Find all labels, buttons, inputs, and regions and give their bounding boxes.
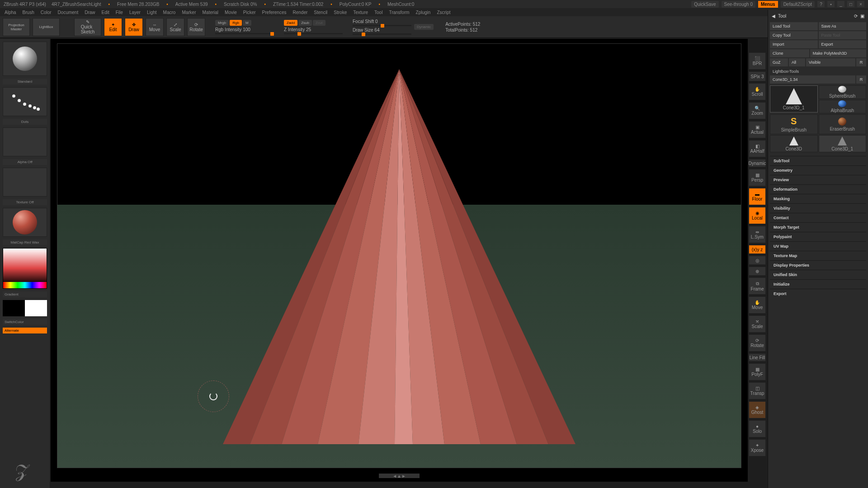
tool-thumb-cone2[interactable]: Cone3D (770, 135, 818, 152)
menus-button[interactable]: Menus (758, 1, 778, 8)
tool-thumb-simplebrush[interactable]: SSimpleBrush (770, 114, 818, 134)
lightbox-button[interactable]: LightBox (33, 18, 60, 36)
menu-tool[interactable]: Tool (374, 10, 382, 15)
menu-zplugin[interactable]: Zplugin (416, 10, 431, 15)
menu-edit[interactable]: Edit (102, 10, 109, 15)
menu-color[interactable]: Color (41, 10, 52, 15)
ghost-button[interactable]: ◈Ghost (749, 401, 766, 418)
xyz-button[interactable]: (x)y z (749, 245, 766, 254)
close-panel-icon[interactable]: ▣ (860, 14, 864, 19)
section-subtool[interactable]: SubTool (770, 156, 866, 165)
quicksave-button[interactable]: QuickSave (691, 1, 718, 8)
goz-r-button[interactable]: R (856, 58, 866, 66)
menu-stroke[interactable]: Stroke (334, 10, 347, 15)
make-polymesh-button[interactable]: Make PolyMesh3D (810, 49, 866, 57)
tool-thumb-alphabrush[interactable]: AlphaBrush (819, 100, 867, 113)
tool-thumb-cone3[interactable]: Cone3D_1 (819, 135, 867, 152)
load-tool-button[interactable]: Load Tool (770, 22, 818, 30)
menu-transform[interactable]: Transform (389, 10, 409, 15)
spix-slider[interactable]: SPix 3 (749, 71, 766, 81)
seethrough-slider[interactable]: See-through 0 (722, 1, 755, 8)
menu-picker[interactable]: Picker (243, 10, 256, 15)
copy-tool-button[interactable]: Copy Tool (770, 31, 818, 39)
secondary-color[interactable] (3, 300, 25, 316)
tool-name-field[interactable]: Cone3D_1.34 (770, 75, 855, 84)
tool-thumb-cone[interactable]: Cone3D_1 (770, 85, 818, 113)
persp-button[interactable]: ▦Persp (749, 169, 766, 186)
section-texture-map[interactable]: Texture Map (770, 251, 866, 260)
help-icon[interactable]: ? (817, 1, 825, 7)
tool-thumb-spherebrush[interactable]: SphereBrush (819, 85, 867, 99)
gradient-toggle[interactable]: Gradient (3, 291, 47, 297)
nav-scale-button[interactable]: ⤧Scale (749, 315, 766, 333)
maximize-icon[interactable]: □ (847, 1, 854, 7)
rotate-button[interactable]: ⟳Rotate (187, 18, 205, 36)
section-deformation[interactable]: Deformation (770, 184, 866, 194)
nav-rotate-button[interactable]: ⟳Rotate (749, 334, 766, 352)
lsym-button[interactable]: ⇹L.Sym (749, 226, 766, 243)
edit-button[interactable]: ✦Edit (104, 18, 122, 36)
zcut-toggle[interactable]: Zcut (313, 20, 326, 26)
close-icon[interactable]: × (857, 1, 864, 7)
paste-tool-button[interactable]: Paste Tool (819, 31, 867, 39)
menu-light[interactable]: Light (147, 10, 157, 15)
section-visibility[interactable]: Visibility (770, 203, 866, 213)
section-polypaint[interactable]: Polypaint (770, 232, 866, 241)
goz-all-button[interactable]: All (789, 58, 805, 66)
section-masking[interactable]: Masking (770, 194, 866, 203)
menu-alpha[interactable]: Alpha (5, 10, 16, 15)
zsub-toggle[interactable]: Zsub (298, 20, 312, 26)
section-display-properties[interactable]: Display Properties (770, 260, 866, 270)
menu-render[interactable]: Render (293, 10, 308, 15)
canvas[interactable]: ◄▲► (51, 39, 748, 482)
menu-macro[interactable]: Macro (163, 10, 176, 15)
move-button[interactable]: ↔Move (146, 18, 164, 36)
menu-movie[interactable]: Movie (225, 10, 237, 15)
actual-button[interactable]: ▣Actual (749, 121, 766, 138)
transp-button[interactable]: ◫Transp (749, 382, 766, 399)
draw-size-slider[interactable]: Draw Size 64 (353, 28, 411, 35)
menu-texture[interactable]: Texture (353, 10, 368, 15)
draw-button[interactable]: ✥Draw (125, 18, 143, 36)
export-button[interactable]: Export (819, 40, 867, 48)
stroke-thumbnail[interactable] (3, 87, 47, 116)
rgb-intensity-slider[interactable]: Rgb Intensity 100 (215, 27, 274, 34)
dynamic-toggle[interactable]: Dynamic (414, 24, 434, 30)
zoom-button[interactable]: 🔍Zoom (749, 102, 766, 119)
menu-preferences[interactable]: Preferences (262, 10, 287, 15)
local-button[interactable]: ◉Local (749, 207, 766, 224)
swatch-pair[interactable] (3, 300, 47, 316)
bpr-button[interactable]: ⬛BPR (749, 52, 766, 70)
menu-stencil[interactable]: Stencil (314, 10, 327, 15)
tool-thumb-eraserbrush[interactable]: EraserBrush (819, 114, 867, 134)
section-geometry[interactable]: Geometry (770, 165, 866, 175)
canvas-bottom-slider[interactable]: ◄▲► (379, 474, 420, 478)
projection-master-button[interactable]: Projection Master (3, 18, 30, 36)
quicksketch-button[interactable]: ✎ Quick Sketch (74, 18, 101, 36)
menu-material[interactable]: Material (203, 10, 219, 15)
menu-zscript[interactable]: Zscript (437, 10, 450, 15)
brush-thumbnail[interactable] (3, 42, 47, 76)
floor-button[interactable]: ▬Floor (749, 188, 766, 205)
polyf-button[interactable]: ▦PolyF (749, 363, 766, 380)
center-button[interactable]: ◎ (749, 256, 766, 265)
scale-button[interactable]: ⤢Scale (166, 18, 184, 36)
section-initialize[interactable]: Initialize (770, 279, 866, 289)
menu-document[interactable]: Document (58, 10, 79, 15)
section-morph-target[interactable]: Morph Target (770, 222, 866, 232)
tool-r-button[interactable]: R (856, 75, 866, 84)
z-intensity-slider[interactable]: Z Intensity 25 (284, 27, 343, 34)
section-export[interactable]: Export (770, 289, 866, 298)
menu-draw[interactable]: Draw (85, 10, 95, 15)
color-picker[interactable] (3, 248, 47, 289)
cone-mesh[interactable] (223, 69, 576, 444)
clone-button[interactable]: Clone (770, 49, 809, 57)
lightbox-tools-link[interactable]: Lightbox›Tools (770, 67, 866, 75)
focal-shift-slider[interactable]: Focal Shift 0 (353, 19, 411, 26)
alpha-thumbnail[interactable] (3, 127, 47, 156)
xpose-button[interactable]: ✦Xpose (749, 439, 766, 456)
section-preview[interactable]: Preview (770, 175, 866, 184)
mrgb-toggle[interactable]: Mrgb (215, 20, 229, 26)
frame-button[interactable]: ⧉Frame (749, 277, 766, 295)
texture-thumbnail[interactable] (3, 168, 47, 197)
